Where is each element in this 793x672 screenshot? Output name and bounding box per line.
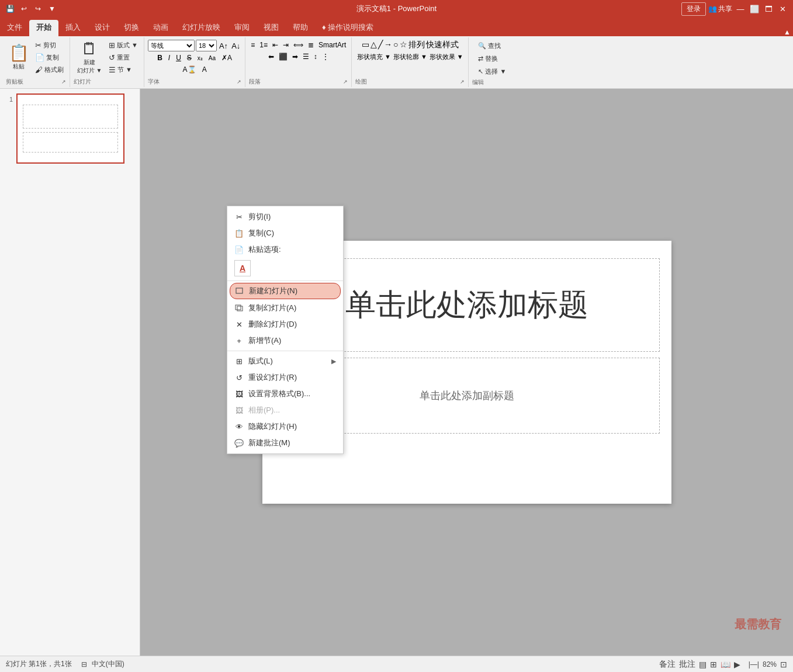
reading-view-icon[interactable]: 📖	[721, 660, 730, 669]
ribbon-collapse-icon[interactable]: ▲	[784, 28, 791, 36]
restore-button[interactable]: ⬜	[749, 3, 760, 15]
fit-window-icon[interactable]: ⊡	[780, 660, 787, 669]
ctx-paste-options[interactable]: 📄 粘贴选项:	[227, 241, 343, 258]
format-painter-button[interactable]: 🖌 格式刷	[33, 64, 66, 76]
font-name-select[interactable]: 等线	[148, 40, 195, 51]
shape-outline-button[interactable]: 形状轮廓 ▼	[393, 53, 427, 61]
font-size-increase-button[interactable]: A↑	[218, 41, 229, 50]
arrange-button[interactable]: 排列	[408, 40, 425, 50]
reset-button[interactable]: ↺ 重置	[106, 52, 140, 64]
cut-button[interactable]: ✂ 剪切	[33, 40, 66, 51]
paste-icon-btn-a[interactable]: A	[234, 260, 251, 276]
slideshow-icon[interactable]: ▶	[734, 660, 740, 669]
save-icon[interactable]: 💾	[5, 4, 15, 14]
ctx-set-background[interactable]: 🖼 设置背景格式(B)...	[227, 386, 343, 402]
bullet-list-button[interactable]: ≡	[249, 40, 257, 50]
tab-home[interactable]: 开始	[29, 20, 58, 36]
shape-fill-button[interactable]: 形状填充 ▼	[357, 53, 391, 61]
align-left-button[interactable]: ⬅	[266, 51, 276, 62]
shape-tri-icon[interactable]: △	[370, 40, 377, 50]
numbered-list-button[interactable]: 1≡	[258, 40, 269, 50]
tab-animations[interactable]: 动画	[146, 20, 175, 36]
italic-button[interactable]: I	[166, 53, 172, 63]
columns-button[interactable]: ⋮	[320, 51, 331, 62]
ctx-new-slide[interactable]: 新建幻灯片(N)	[230, 283, 341, 299]
minimize-button[interactable]: —	[735, 3, 746, 15]
layout-button[interactable]: ⊞ 版式 ▼	[106, 40, 140, 51]
tab-design[interactable]: 设计	[88, 20, 117, 36]
comments-button[interactable]: 批注	[679, 659, 695, 670]
paste-icon: 📋	[9, 45, 29, 61]
drawing-expand-icon[interactable]: ↗	[460, 79, 465, 85]
shape-star-icon[interactable]: ☆	[400, 40, 407, 50]
tab-help[interactable]: 帮助	[286, 20, 315, 36]
maximize-button[interactable]: 🗖	[763, 3, 774, 15]
copy-button[interactable]: 📄 复制	[33, 52, 66, 64]
select-button[interactable]: ↖ 选择 ▼	[476, 65, 508, 77]
ctx-copy[interactable]: 📋 复制(C)	[227, 225, 343, 241]
font-size-decrease-button[interactable]: A↓	[230, 41, 241, 50]
indent-decrease-button[interactable]: ⇤	[271, 40, 280, 50]
section-button[interactable]: ☰ 节 ▼	[106, 64, 140, 76]
paste-button[interactable]: 📋 粘贴	[6, 39, 32, 77]
close-button[interactable]: ✕	[777, 3, 788, 15]
bold-button[interactable]: B	[155, 53, 165, 63]
login-button[interactable]: 登录	[681, 2, 706, 16]
find-button[interactable]: 🔍 查找	[476, 40, 508, 51]
shape-effects-button[interactable]: 形状效果 ▼	[430, 53, 463, 61]
tab-review[interactable]: 审阅	[227, 20, 257, 36]
clipboard-expand-icon[interactable]: ↗	[61, 79, 66, 85]
ctx-cut[interactable]: ✂ 剪切(I)	[227, 209, 343, 225]
font-expand-icon[interactable]: ↗	[237, 79, 241, 85]
shape-rect-icon[interactable]: ▭	[362, 40, 369, 50]
strikethrough-button[interactable]: S	[185, 53, 194, 63]
align-right-button[interactable]: ➡	[290, 51, 300, 62]
tab-slideshow[interactable]: 幻灯片放映	[175, 20, 227, 36]
tab-insert[interactable]: 插入	[58, 20, 88, 36]
undo-icon[interactable]: ↩	[19, 4, 29, 14]
justify-button[interactable]: ☰	[301, 51, 311, 62]
redo-icon[interactable]: ↪	[33, 4, 43, 14]
shape-circle-icon[interactable]: ○	[393, 40, 398, 50]
ctx-delete-icon: ✕	[234, 320, 244, 329]
align-text-button[interactable]: ≣	[306, 40, 316, 50]
quick-styles-button[interactable]: 快速样式	[426, 40, 459, 50]
tab-search[interactable]: ♦ 操作说明搜索	[315, 20, 380, 36]
tab-transitions[interactable]: 切换	[117, 20, 146, 36]
ctx-hide-slide[interactable]: 👁 隐藏幻灯片(H)	[227, 418, 343, 435]
zoom-slider[interactable]: |—|	[749, 660, 759, 668]
subscript-button[interactable]: x₂	[195, 54, 205, 63]
share-button[interactable]: 👥 共享	[708, 4, 732, 14]
tab-view[interactable]: 视图	[257, 20, 286, 36]
convert-smartart-button[interactable]: SmartArt	[317, 40, 348, 50]
align-center-button[interactable]: ⬛	[277, 51, 289, 62]
title-bar-left: 💾 ↩ ↪ ▼	[5, 4, 57, 14]
text-shadow-button[interactable]: A⌛	[181, 64, 199, 75]
indent-increase-button[interactable]: ⇥	[281, 40, 290, 50]
paragraph-expand-icon[interactable]: ↗	[343, 79, 348, 85]
font-color-button[interactable]: A	[200, 64, 209, 75]
slide-thumbnail[interactable]	[16, 93, 124, 164]
normal-view-icon[interactable]: ▤	[699, 660, 707, 669]
ctx-album-label: 相册(P)...	[248, 405, 280, 415]
ctx-delete-slide[interactable]: ✕ 删除幻灯片(D)	[227, 316, 343, 332]
font-size-select[interactable]: 18	[196, 40, 217, 51]
ctx-duplicate-slide[interactable]: 复制幻灯片(A)	[227, 300, 343, 316]
tab-file[interactable]: 文件	[0, 20, 29, 36]
new-slide-button[interactable]: 🗒 新建幻灯片 ▼	[74, 39, 105, 77]
ctx-layout[interactable]: ⊞ 版式(L) ▶	[227, 353, 343, 369]
customize-icon[interactable]: ▼	[47, 4, 57, 14]
shape-arrow-icon[interactable]: →	[384, 40, 392, 50]
replace-button[interactable]: ⇄ 替换	[476, 53, 508, 64]
text-direction-button[interactable]: ⟺	[292, 40, 305, 50]
shape-line-icon[interactable]: ╱	[378, 40, 383, 50]
ctx-new-comment[interactable]: 💬 新建批注(M)	[227, 435, 343, 451]
clear-format-button[interactable]: ✗A	[219, 53, 234, 63]
underline-button[interactable]: U	[174, 53, 183, 63]
line-spacing-button[interactable]: ↕	[312, 51, 319, 62]
notes-button[interactable]: 备注	[659, 659, 676, 670]
slide-sorter-icon[interactable]: ⊞	[710, 660, 717, 669]
superscript-button[interactable]: Aa	[206, 54, 218, 63]
ctx-reset-slide[interactable]: ↺ 重设幻灯片(R)	[227, 369, 343, 386]
ctx-add-section[interactable]: + 新增节(A)	[227, 332, 343, 349]
